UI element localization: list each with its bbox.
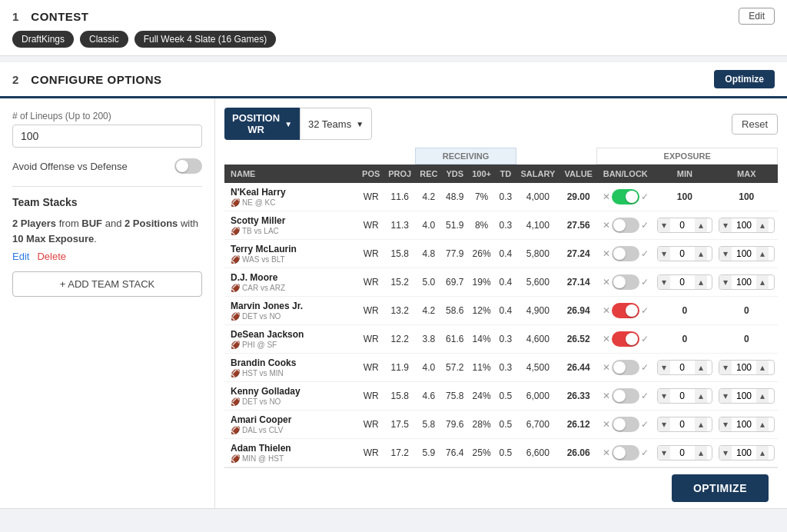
player-min[interactable]: ▾ ▴	[654, 439, 716, 467]
min-input[interactable]	[670, 218, 695, 232]
player-max[interactable]: ▾ ▴	[716, 439, 777, 467]
teams-dropdown[interactable]: 32 Teams ▼	[300, 108, 372, 140]
player-max[interactable]: ▾ ▴	[716, 382, 777, 411]
player-toggle[interactable]	[612, 246, 639, 261]
max-stepper-up[interactable]: ▴	[756, 218, 769, 232]
min-input[interactable]	[670, 247, 695, 261]
min-input[interactable]	[670, 275, 695, 289]
ban-icon[interactable]: ✕	[603, 305, 610, 316]
player-min[interactable]: ▾ ▴	[654, 354, 716, 382]
min-stepper-down[interactable]: ▾	[658, 361, 670, 374]
max-input[interactable]	[732, 446, 756, 460]
max-input[interactable]	[732, 275, 756, 289]
player-toggle[interactable]	[612, 303, 639, 318]
player-max[interactable]: ▾ ▴	[716, 240, 777, 268]
ban-icon[interactable]: ✕	[603, 391, 610, 401]
min-stepper-up[interactable]: ▴	[695, 417, 707, 431]
max-stepper-down[interactable]: ▾	[719, 361, 732, 374]
ban-icon[interactable]: ✕	[603, 277, 610, 288]
player-toggle[interactable]	[612, 218, 639, 233]
lock-icon[interactable]: ✓	[641, 305, 649, 316]
min-stepper-down[interactable]: ▾	[658, 417, 670, 431]
player-toggle[interactable]	[612, 388, 639, 404]
max-stepper-down[interactable]: ▾	[719, 446, 732, 460]
lock-icon[interactable]: ✓	[641, 191, 649, 202]
min-stepper-up[interactable]: ▴	[695, 389, 707, 403]
min-stepper-down[interactable]: ▾	[658, 446, 670, 460]
reset-button[interactable]: Reset	[732, 114, 778, 135]
max-input[interactable]	[732, 389, 756, 403]
lineups-input[interactable]	[12, 125, 202, 148]
add-team-stack-button[interactable]: + ADD TEAM STACK	[12, 271, 202, 297]
max-stepper-down[interactable]: ▾	[719, 417, 732, 431]
max-stepper-down[interactable]: ▾	[719, 389, 732, 403]
min-stepper-down[interactable]: ▾	[658, 247, 670, 261]
min-stepper-down[interactable]: ▾	[658, 275, 670, 289]
ban-icon[interactable]: ✕	[603, 334, 610, 344]
min-stepper[interactable]: ▾ ▴	[657, 445, 712, 461]
player-min[interactable]: ▾ ▴	[654, 211, 716, 240]
max-stepper-down[interactable]: ▾	[719, 218, 732, 232]
player-toggle[interactable]	[612, 417, 639, 432]
max-stepper[interactable]: ▾ ▴	[719, 218, 774, 233]
player-min[interactable]: ▾ ▴	[654, 240, 716, 268]
min-stepper-up[interactable]: ▴	[695, 247, 707, 261]
stack-edit-button[interactable]: Edit	[12, 251, 29, 262]
lock-icon[interactable]: ✓	[641, 362, 649, 373]
player-toggle[interactable]	[612, 331, 639, 347]
ban-icon[interactable]: ✕	[603, 419, 610, 430]
player-max[interactable]: ▾ ▴	[716, 268, 777, 297]
ban-icon[interactable]: ✕	[603, 447, 610, 458]
min-input[interactable]	[670, 417, 695, 431]
min-input[interactable]	[670, 361, 695, 374]
player-toggle[interactable]	[612, 274, 639, 290]
max-stepper[interactable]: ▾ ▴	[719, 360, 774, 375]
lock-icon[interactable]: ✓	[641, 277, 649, 288]
min-stepper-up[interactable]: ▴	[695, 446, 707, 460]
player-toggle[interactable]	[612, 445, 639, 461]
min-stepper[interactable]: ▾ ▴	[657, 360, 712, 375]
max-stepper[interactable]: ▾ ▴	[719, 445, 774, 461]
max-stepper[interactable]: ▾ ▴	[719, 388, 774, 404]
min-stepper[interactable]: ▾ ▴	[657, 417, 712, 432]
lock-icon[interactable]: ✓	[641, 419, 649, 430]
ban-icon[interactable]: ✕	[603, 248, 610, 259]
max-stepper-up[interactable]: ▴	[756, 389, 769, 403]
max-stepper-up[interactable]: ▴	[756, 417, 769, 431]
max-stepper-up[interactable]: ▴	[756, 361, 769, 374]
ban-icon[interactable]: ✕	[603, 220, 610, 231]
player-min[interactable]: ▾ ▴	[654, 268, 716, 297]
max-stepper-up[interactable]: ▴	[756, 275, 769, 289]
lock-icon[interactable]: ✓	[641, 248, 649, 259]
max-stepper-up[interactable]: ▴	[756, 446, 769, 460]
lock-icon[interactable]: ✓	[641, 391, 649, 401]
lock-icon[interactable]: ✓	[641, 447, 649, 458]
avoid-toggle[interactable]	[174, 158, 202, 174]
player-toggle[interactable]	[612, 189, 639, 204]
player-min[interactable]: ▾ ▴	[654, 411, 716, 439]
optimize-button-top[interactable]: Optimize	[714, 70, 775, 88]
min-stepper[interactable]: ▾ ▴	[657, 388, 712, 404]
min-input[interactable]	[670, 389, 695, 403]
min-stepper[interactable]: ▾ ▴	[657, 218, 712, 233]
max-stepper[interactable]: ▾ ▴	[719, 246, 774, 261]
player-min[interactable]: ▾ ▴	[654, 382, 716, 411]
max-input[interactable]	[732, 247, 756, 261]
ban-icon[interactable]: ✕	[603, 362, 610, 373]
lock-icon[interactable]: ✓	[641, 220, 649, 231]
optimize-button-large[interactable]: OPTIMIZE	[672, 474, 769, 502]
ban-icon[interactable]: ✕	[603, 191, 610, 202]
max-input[interactable]	[732, 417, 756, 431]
max-stepper-up[interactable]: ▴	[756, 247, 769, 261]
player-max[interactable]: ▾ ▴	[716, 354, 777, 382]
position-dropdown[interactable]: POSITIONWR ▼	[224, 108, 300, 140]
min-stepper-down[interactable]: ▾	[658, 218, 670, 232]
player-toggle[interactable]	[612, 360, 639, 375]
min-stepper[interactable]: ▾ ▴	[657, 246, 712, 261]
min-stepper-up[interactable]: ▴	[695, 218, 707, 232]
player-max[interactable]: ▾ ▴	[716, 411, 777, 439]
max-input[interactable]	[732, 361, 756, 374]
max-stepper-down[interactable]: ▾	[719, 275, 732, 289]
max-stepper[interactable]: ▾ ▴	[719, 417, 774, 432]
min-stepper-down[interactable]: ▾	[658, 389, 670, 403]
